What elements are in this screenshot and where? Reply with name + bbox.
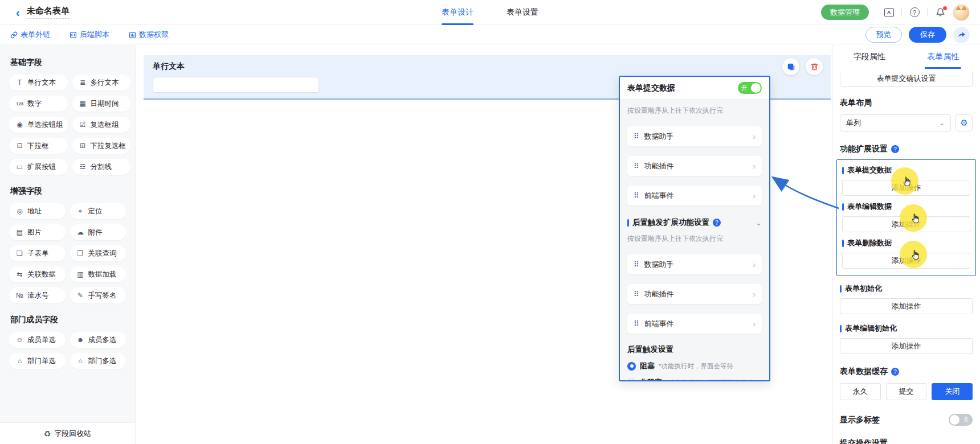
card-function-plugin[interactable]: ⠿ 功能插件 › (627, 156, 762, 176)
field-item-image[interactable]: ▤图片 (9, 224, 66, 240)
field-item-datetime[interactable]: ▦日期时间 (72, 96, 131, 112)
preview-button[interactable]: 预览 (865, 27, 902, 43)
section-title-enhanced-fields: 增强字段 (10, 186, 126, 196)
execution-order-hint: 按设置顺序从上往下依次执行完 (620, 100, 769, 117)
dept-member-fields-grid: ☺成员单选 ☻成员多选 ⌂部门单选 ⌂部门多选 (9, 332, 126, 369)
group-delete-data: 表单删除数据 添加操作 (842, 238, 970, 269)
field-item-multi-line-text[interactable]: ≣多行文本 (72, 75, 131, 91)
group-edit-data: 表单编辑数据 添加操作 (842, 202, 970, 232)
function-extension-header: 功能扩展设置 ? (840, 144, 973, 154)
external-link-button[interactable]: 表单外链 (10, 30, 50, 40)
chevron-down-icon[interactable]: ⌄ (756, 219, 762, 227)
toolbar-actions: 预览 保存 (865, 27, 970, 43)
field-item-subform[interactable]: ❏子表单 (9, 245, 66, 261)
field-item-number[interactable]: 123数字 (9, 96, 68, 112)
field-item-dept-single[interactable]: ⌂部门单选 (9, 353, 66, 369)
field-item-address[interactable]: ◎地址 (9, 203, 66, 219)
enhanced-fields-grid: ◎地址 ⌖定位 ▤图片 ☁附件 ❏子表单 ❐关联查询 ⇆关联数据 ▥数据加载 №… (9, 203, 126, 303)
help-icon[interactable]: ? (909, 7, 920, 18)
related-query-icon: ❐ (76, 249, 85, 257)
crosshair-icon: ⌖ (76, 207, 85, 215)
cache-options: 永久 提交 关闭 (840, 383, 973, 400)
field-recycle-bin-button[interactable]: ♻ 字段回收站 (0, 422, 135, 444)
active-tab-underline (442, 23, 473, 25)
drag-handle-icon[interactable]: ⠿ (634, 191, 639, 200)
card-frontend-event[interactable]: ⠿ 前端事件 › (627, 186, 762, 205)
add-action-edit-init-button[interactable]: 添加操作 (840, 338, 973, 354)
multitab-toggle-off[interactable]: 关 (949, 414, 973, 426)
post-trigger-section-header: 后置触发扩展功能设置 ? ⌄ (620, 217, 769, 228)
radio-unselected-icon (627, 379, 636, 382)
field-item-location[interactable]: ⌖定位 (70, 203, 126, 219)
field-item-extend-button[interactable]: ▭扩展按钮 (9, 159, 68, 175)
layout-settings-button[interactable]: ⚙ (956, 114, 973, 131)
back-icon[interactable]: ‹ (16, 7, 20, 18)
field-item-member-multi[interactable]: ☻成员多选 (70, 332, 126, 348)
copy-field-button[interactable] (782, 58, 799, 75)
field-item-signature[interactable]: ✎手写签名 (70, 287, 126, 303)
properties-tabs: 字段属性 表单属性 (832, 45, 980, 69)
submit-confirm-settings-button[interactable]: 表单提交确认设置 (840, 71, 973, 87)
post-card-frontend-event[interactable]: ⠿ 前端事件 › (627, 314, 762, 334)
data-cache-header: 表单数据缓存 ? (840, 367, 973, 377)
user-avatar[interactable] (953, 4, 970, 21)
field-item-data-load[interactable]: ▥数据加载 (70, 266, 126, 282)
field-item-divider[interactable]: ☲分割线 (72, 159, 131, 175)
single-line-text-input[interactable] (153, 77, 319, 93)
form-title[interactable]: 未命名表单 (27, 6, 70, 19)
field-item-related-query[interactable]: ❐关联查询 (70, 245, 126, 261)
add-action-delete-button[interactable]: 添加操作 (842, 253, 970, 269)
save-button[interactable]: 保存 (909, 27, 946, 43)
multi-select-icon: ⊞ (79, 142, 87, 150)
drag-handle-icon[interactable]: ⠿ (634, 162, 639, 170)
field-item-checkbox-group[interactable]: ☑复选框组 (72, 117, 131, 133)
drag-handle-icon[interactable]: ⠿ (634, 260, 639, 269)
card-data-assistant[interactable]: ⠿ 数据助手 › (627, 126, 762, 146)
post-card-function-plugin[interactable]: ⠿ 功能插件 › (627, 284, 762, 304)
cache-permanent-button[interactable]: 永久 (840, 383, 881, 400)
field-item-serial-number[interactable]: №流水号 (9, 287, 66, 303)
cache-submit-button[interactable]: 提交 (886, 383, 927, 400)
delete-field-button[interactable] (806, 58, 823, 75)
field-item-attachment[interactable]: ☁附件 (70, 224, 126, 240)
field-item-multi-select[interactable]: ⊞下拉复选框 (72, 138, 131, 154)
share-button[interactable] (953, 27, 970, 43)
add-action-init-button[interactable]: 添加操作 (840, 298, 973, 314)
radio-blocking[interactable]: 阻塞 *功能执行时，界面会等待 (620, 361, 769, 371)
field-item-member-single[interactable]: ☺成员单选 (9, 332, 66, 348)
layout-select[interactable]: 单列 ⌄ (840, 114, 951, 131)
data-manage-button[interactable]: 数据管理 (821, 5, 869, 20)
departments-icon: ⌂ (76, 357, 85, 365)
submit-data-toggle-on[interactable]: 开 (738, 82, 762, 94)
radio-non-blocking[interactable]: 非阻塞 *功能执行时，界面可正常操作 (620, 377, 769, 381)
help-badge-icon[interactable]: ? (891, 145, 899, 153)
execution-order-hint: 按设置顺序从上往下依次执行完 (620, 228, 769, 245)
help-badge-icon[interactable]: ? (713, 219, 721, 227)
docs-book-icon[interactable]: A (883, 7, 895, 18)
cache-close-button[interactable]: 关闭 (932, 383, 973, 400)
help-badge-icon[interactable]: ? (891, 368, 899, 376)
address-pin-icon: ◎ (15, 207, 24, 215)
chevron-right-icon: › (753, 260, 756, 269)
field-item-dept-multi[interactable]: ⌂部门多选 (70, 353, 126, 369)
add-action-submit-button[interactable]: 添加操作 (842, 180, 970, 196)
backend-script-button[interactable]: 后端脚本 (70, 30, 109, 40)
drag-handle-icon[interactable]: ⠿ (634, 132, 639, 141)
data-permission-button[interactable]: 数据权限 (129, 30, 169, 40)
field-item-related-data[interactable]: ⇆关联数据 (9, 266, 66, 282)
recycle-icon: ♻ (44, 429, 51, 438)
drag-handle-icon[interactable]: ⠿ (634, 319, 639, 328)
add-action-edit-button[interactable]: 添加操作 (842, 216, 970, 232)
field-item-radio-group[interactable]: ◉单选按钮组 (9, 117, 68, 133)
field-item-select[interactable]: ⊟下拉框 (9, 138, 68, 154)
tab-form-design[interactable]: 表单设计 (442, 0, 473, 25)
tab-form-properties[interactable]: 表单属性 (906, 45, 980, 69)
header-actions: 数据管理 A ? (821, 4, 970, 21)
field-item-single-line-text[interactable]: T单行文本 (9, 75, 68, 91)
tab-form-settings[interactable]: 表单设置 (507, 0, 538, 25)
notification-bell-icon[interactable] (934, 7, 946, 18)
drag-handle-icon[interactable]: ⠿ (634, 290, 639, 298)
post-card-data-assistant[interactable]: ⠿ 数据助手 › (627, 254, 762, 274)
tab-field-properties[interactable]: 字段属性 (832, 45, 906, 69)
radio-icon: ◉ (15, 121, 24, 129)
